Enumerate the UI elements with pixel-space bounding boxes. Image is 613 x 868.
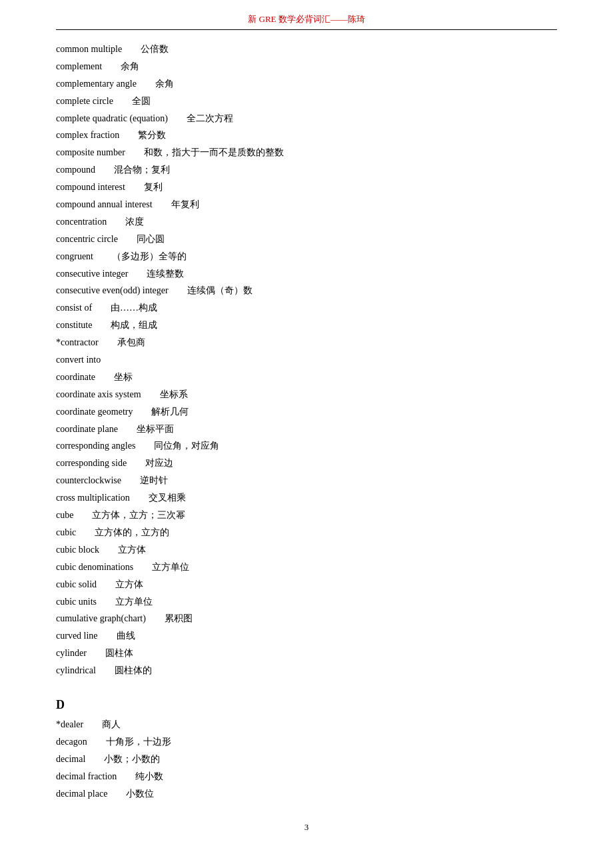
entry-chinese: 繁分数 [138, 130, 166, 140]
list-item: convert into [56, 351, 557, 369]
entry-english: coordinate geometry [56, 407, 133, 417]
entry-english: corresponding angles [56, 441, 135, 451]
entry-chinese: 构成，组成 [111, 320, 157, 330]
list-item: coordinate plane 坐标平面 [56, 421, 557, 438]
entry-english: concentration [56, 217, 107, 227]
entry-chinese: 立方体的，立方的 [95, 527, 169, 537]
entry-chinese: 复利 [144, 182, 163, 192]
entry-english: curved line [56, 631, 98, 641]
list-item: consecutive integer 连续整数 [56, 265, 557, 283]
entry-english: compound [56, 165, 95, 175]
entry-english: complementary angle [56, 79, 137, 89]
page: 新 GRE 数学必背词汇——陈琦 common multiple 公倍数comp… [0, 0, 613, 868]
entry-chinese: 立方体 [118, 545, 146, 555]
entry-chinese: （多边形）全等的 [112, 251, 187, 261]
entry-chinese: 立方单位 [115, 597, 153, 607]
list-item: decimal place 小数位 [56, 785, 557, 803]
entry-english: cubic units [56, 597, 97, 607]
list-item: cubic solid 立方体 [56, 576, 557, 593]
entry-chinese: 坐标平面 [137, 424, 174, 434]
entry-chinese: 立方体 [115, 579, 143, 589]
entry-english: concentric circle [56, 234, 118, 244]
list-item: composite number 和数，指大于一而不是质数的整数 [56, 144, 557, 161]
entry-chinese: 由……构成 [111, 303, 157, 313]
list-item: cumulative graph(chart) 累积图 [56, 610, 557, 627]
entry-english: counterclockwise [56, 475, 121, 485]
entry-chinese: 十角形，十边形 [106, 737, 171, 747]
entry-chinese: 圆柱体的 [115, 665, 152, 675]
list-item: cube 立方体，立方；三次幂 [56, 507, 557, 524]
entry-chinese: 连续偶（奇）数 [187, 285, 253, 295]
list-item: complete quadratic (equation) 全二次方程 [56, 110, 557, 127]
entry-chinese: 坐标 [114, 372, 133, 382]
entry-chinese: 全二次方程 [187, 113, 233, 123]
list-item: concentric circle 同心圆 [56, 231, 557, 248]
list-item: consist of 由……构成 [56, 299, 557, 317]
entry-chinese: 坐标系 [160, 389, 188, 399]
entry-english: coordinate [56, 372, 95, 382]
list-item: compound 混合物；复利 [56, 161, 557, 179]
entry-chinese: 纯小数 [135, 771, 163, 781]
entry-chinese: 年复利 [171, 199, 199, 209]
entry-english: consecutive even(odd) integer [56, 285, 169, 295]
entry-chinese: 和数，指大于一而不是质数的整数 [144, 147, 284, 157]
entry-english: decimal fraction [56, 771, 117, 781]
list-item: cubic denominations 立方单位 [56, 559, 557, 576]
entry-english: cubic [56, 527, 76, 537]
entry-chinese: 逆时针 [140, 475, 168, 485]
section-d: D*dealer 商人decagon 十角形，十边形decimal 小数；小数的… [56, 698, 557, 802]
entry-chinese: 同位角，对应角 [154, 441, 219, 451]
entry-english: cylinder [56, 648, 87, 658]
entry-english: consecutive integer [56, 269, 128, 279]
list-item: curved line 曲线 [56, 627, 557, 645]
entry-chinese: 浓度 [125, 217, 144, 227]
entry-chinese: 累积图 [165, 613, 193, 623]
entry-english: cube [56, 510, 73, 520]
entry-english: complete quadratic (equation) [56, 113, 168, 123]
list-item: decimal fraction 纯小数 [56, 768, 557, 785]
list-item: complement 余角 [56, 58, 557, 75]
list-item: cross multiplication 交叉相乘 [56, 489, 557, 507]
entry-chinese: 同心圆 [137, 234, 165, 244]
list-item: constitute 构成，组成 [56, 317, 557, 334]
entry-english: cumulative graph(chart) [56, 613, 146, 623]
entry-chinese: 公倍数 [141, 44, 169, 54]
list-item: compound annual interest 年复利 [56, 196, 557, 213]
entry-english: cross multiplication [56, 493, 130, 503]
entry-english: complete circle [56, 96, 113, 106]
entry-english: corresponding side [56, 458, 127, 468]
list-item: cubic block 立方体 [56, 541, 557, 559]
list-item: *contractor 承包商 [56, 334, 557, 351]
list-item: complex fraction 繁分数 [56, 127, 557, 144]
entry-chinese: 立方单位 [152, 562, 189, 572]
entry-english: complement [56, 61, 102, 71]
list-item: decimal 小数；小数的 [56, 751, 557, 768]
entry-english: *dealer [56, 719, 83, 729]
entry-chinese: 小数；小数的 [104, 754, 160, 764]
entry-chinese: 圆柱体 [105, 648, 133, 658]
entry-chinese: 余角 [121, 61, 139, 71]
entry-chinese: 混合物；复利 [114, 165, 170, 175]
entry-english: cylindrical [56, 665, 96, 675]
entry-chinese: 余角 [155, 79, 174, 89]
entries-list: common multiple 公倍数complement 余角compleme… [56, 41, 557, 679]
list-item: cubic units 立方单位 [56, 593, 557, 611]
entry-chinese: 立方体，立方；三次幂 [92, 510, 185, 520]
page-number: 3 [305, 822, 309, 832]
entry-english: composite number [56, 147, 125, 157]
list-item: congruent （多边形）全等的 [56, 248, 557, 265]
list-item: cylinder 圆柱体 [56, 645, 557, 662]
entry-chinese: 承包商 [117, 337, 145, 347]
list-item: coordinate 坐标 [56, 369, 557, 386]
entry-english: decagon [56, 737, 87, 747]
entry-english: *contractor [56, 337, 99, 347]
entry-chinese: 全圆 [132, 96, 151, 106]
entry-chinese: 解析几何 [151, 407, 189, 417]
entry-chinese: 对应边 [145, 458, 173, 468]
entry-english: constitute [56, 320, 92, 330]
page-footer: 3 [56, 822, 557, 833]
list-item: cubic 立方体的，立方的 [56, 524, 557, 541]
list-item: *dealer 商人 [56, 716, 557, 733]
entry-english: consist of [56, 303, 92, 313]
entry-english: decimal place [56, 789, 107, 799]
